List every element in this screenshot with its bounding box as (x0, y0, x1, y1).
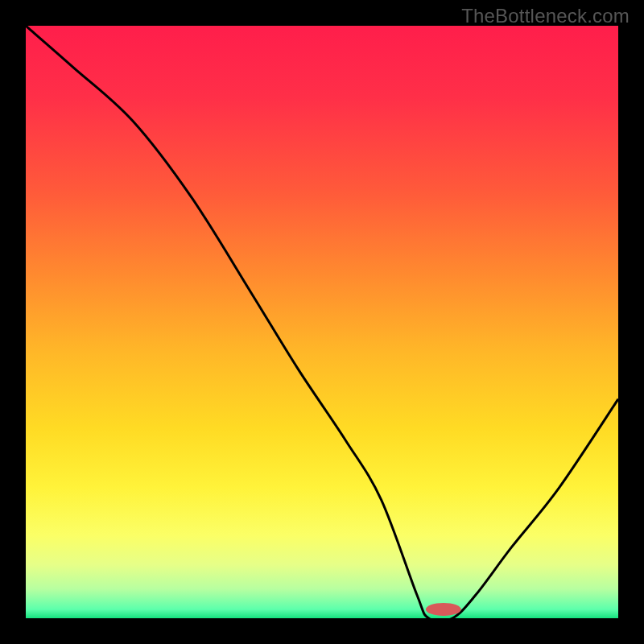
watermark-text: TheBottleneck.com (461, 5, 630, 27)
chart-container: { "watermark": "TheBottleneck.com", "plo… (0, 0, 644, 644)
optimal-marker (426, 603, 461, 616)
plot-area (26, 26, 618, 618)
bottleneck-chart (0, 0, 644, 644)
